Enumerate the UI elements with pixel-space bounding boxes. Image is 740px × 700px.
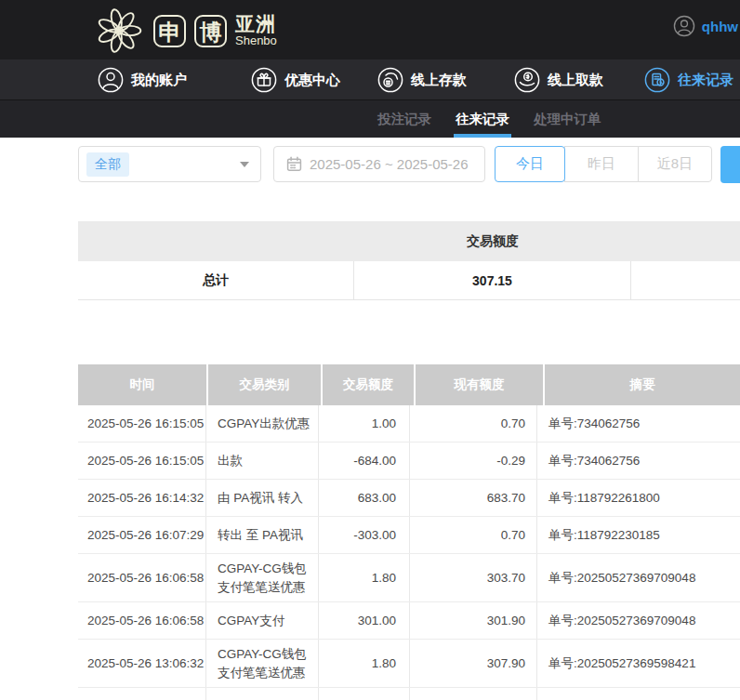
- table-row: 2025-05-26 16:07:29 转出 至 PA视讯 -303.00 0.…: [78, 517, 740, 554]
- withdraw-icon: [514, 67, 540, 93]
- filter-row: 全部 2025-05-26 ~ 2025-05-26 今日 昨日 近8日: [78, 146, 740, 183]
- cell-time: 2025-05-26 13:06:32: [78, 688, 206, 700]
- active-tab-underline: [454, 134, 511, 138]
- subnav-tab-bet-records[interactable]: 投注记录: [376, 100, 433, 138]
- calendar-icon: [286, 156, 302, 172]
- logo-subtitle: Shenbo: [235, 34, 277, 47]
- summary-total-value: 307.15: [354, 261, 631, 299]
- cell-type: CGPAY出款优惠: [206, 405, 319, 442]
- table-row: 2025-05-26 16:06:58 CGPAY支付 301.00 301.9…: [78, 602, 740, 640]
- nav-label: 优惠中心: [284, 72, 340, 89]
- cell-summary: 单号:118792261800: [537, 480, 740, 516]
- nav-label: 线上存款: [411, 72, 467, 89]
- cell-summary: 单号:20250527369709048: [537, 602, 740, 639]
- nav-label: 往来记录: [678, 72, 733, 89]
- summary-table: 交易额度 总计 307.15: [78, 221, 740, 300]
- cell-amount: 301.00: [319, 602, 410, 639]
- cell-balance: 0.70: [410, 405, 537, 442]
- cell-type: CGPAY-CG钱包支付笔笔送优惠: [206, 554, 319, 601]
- subnav-tab-transaction-records[interactable]: 往来记录: [454, 100, 511, 138]
- table-row: 2025-05-26 13:06:32 CGPAY-CG钱包支付笔笔送优惠 1.…: [78, 640, 740, 688]
- cell-summary: 单号:734062756: [537, 405, 740, 442]
- col-header-time: 时间: [78, 364, 206, 405]
- gift-icon: [251, 67, 277, 93]
- table-row: 2025-05-26 13:06:32 CGPAY支付 300.00 306.1…: [78, 688, 740, 700]
- nav-item-transactions[interactable]: 往来记录: [644, 59, 733, 100]
- summary-column-header: 交易额度: [354, 221, 631, 261]
- nav-item-deposit[interactable]: 线上存款: [377, 59, 467, 100]
- cell-type: CGPAY支付: [206, 688, 319, 700]
- cell-balance: -0.29: [410, 442, 537, 479]
- main-nav: 我的账户 优惠中心 线上存款: [0, 59, 740, 100]
- subnav-tab-pending-orders[interactable]: 处理中订单: [532, 100, 603, 138]
- flower-logo-icon: [93, 5, 145, 57]
- table-row: 2025-05-26 16:14:32 由 PA视讯 转入 683.00 683…: [78, 480, 740, 517]
- summary-total-row: 总计 307.15: [78, 261, 740, 300]
- cell-summary: 单号:20250527369598421: [537, 640, 740, 687]
- cell-balance: 303.70: [410, 554, 537, 601]
- last-8-days-button[interactable]: 近8日: [638, 146, 712, 182]
- summary-empty-cell: [631, 261, 740, 299]
- date-range-value: 2025-05-26 ~ 2025-05-26: [310, 156, 469, 172]
- cell-amount: 1.80: [319, 554, 410, 601]
- cell-type: 转出 至 PA视讯: [206, 517, 319, 553]
- transaction-type-select[interactable]: 全部: [78, 146, 261, 182]
- yesterday-button[interactable]: 昨日: [564, 146, 639, 182]
- col-header-summary: 摘要: [545, 364, 740, 405]
- user-icon: [98, 67, 124, 93]
- quick-button-label: 昨日: [588, 155, 615, 173]
- cell-amount: -303.00: [319, 517, 410, 553]
- user-account-area[interactable]: qhhw: [673, 15, 738, 37]
- deposit-icon: [377, 67, 403, 93]
- cell-summary: 单号:20250527369709048: [537, 554, 740, 601]
- nav-label: 我的账户: [131, 72, 187, 89]
- cell-amount: 1.00: [319, 405, 410, 442]
- brand-logo[interactable]: 申 博 亚洲 Shenbo: [93, 5, 277, 57]
- cell-balance: 0.70: [410, 517, 537, 553]
- cell-time: 2025-05-26 16:06:58: [78, 554, 206, 601]
- date-range-input[interactable]: 2025-05-26 ~ 2025-05-26: [273, 146, 485, 182]
- cell-summary: 单号:20250527369598421: [537, 688, 740, 700]
- cell-summary: 单号:734062756: [537, 442, 740, 479]
- table-row: 2025-05-26 16:15:05 出款 -684.00 -0.29 单号:…: [78, 442, 740, 480]
- search-button[interactable]: [720, 146, 740, 183]
- cell-balance: 306.10: [410, 688, 537, 700]
- table-row: 2025-05-26 16:06:58 CGPAY-CG钱包支付笔笔送优惠 1.…: [78, 554, 740, 602]
- cell-type: CGPAY-CG钱包支付笔笔送优惠: [206, 640, 319, 687]
- avatar-icon: [673, 15, 695, 37]
- cell-type: 由 PA视讯 转入: [206, 480, 319, 516]
- cell-amount: 683.00: [319, 480, 410, 516]
- cell-amount: 300.00: [319, 688, 410, 700]
- subnav-tab-label: 投注记录: [377, 111, 431, 128]
- summary-total-label: 总计: [78, 261, 354, 299]
- cell-time: 2025-05-26 16:15:05: [78, 405, 206, 442]
- cell-amount: -684.00: [319, 442, 410, 479]
- cell-type: 出款: [206, 442, 319, 479]
- col-header-balance: 现有额度: [416, 364, 543, 405]
- chevron-down-icon: [240, 162, 249, 167]
- logo-char-2: 博: [194, 15, 227, 47]
- table-header-row: 时间 交易类别 交易额度 现有额度 摘要: [78, 364, 740, 405]
- cell-time: 2025-05-26 16:15:05: [78, 442, 206, 479]
- top-bar: 申 博 亚洲 Shenbo qhhw: [0, 0, 740, 59]
- subnav-tab-label: 处理中订单: [534, 111, 601, 128]
- cell-balance: 683.70: [410, 480, 537, 516]
- selected-type-tag[interactable]: 全部: [86, 152, 129, 177]
- summary-header-row: 交易额度: [78, 221, 740, 261]
- today-button[interactable]: 今日: [495, 146, 565, 182]
- logo-region-text: 亚洲: [235, 14, 277, 34]
- nav-item-withdraw[interactable]: 线上取款: [514, 59, 603, 100]
- username-text[interactable]: qhhw: [702, 19, 738, 34]
- nav-item-my-account[interactable]: 我的账户: [98, 59, 187, 100]
- table-row: 2025-05-26 16:15:05 CGPAY出款优惠 1.00 0.70 …: [78, 405, 740, 442]
- cell-time: 2025-05-26 13:06:32: [78, 640, 206, 687]
- col-header-amount: 交易额度: [323, 364, 414, 405]
- subnav-tab-label: 往来记录: [456, 111, 509, 128]
- cell-time: 2025-05-26 16:14:32: [78, 480, 206, 516]
- sub-nav: 投注记录 往来记录 处理中订单: [0, 100, 740, 138]
- cell-time: 2025-05-26 16:06:58: [78, 602, 206, 639]
- logo-char-1: 申: [153, 15, 186, 47]
- nav-item-promotions[interactable]: 优惠中心: [251, 59, 340, 100]
- records-icon: [644, 67, 670, 93]
- cell-time: 2025-05-26 16:07:29: [78, 517, 206, 553]
